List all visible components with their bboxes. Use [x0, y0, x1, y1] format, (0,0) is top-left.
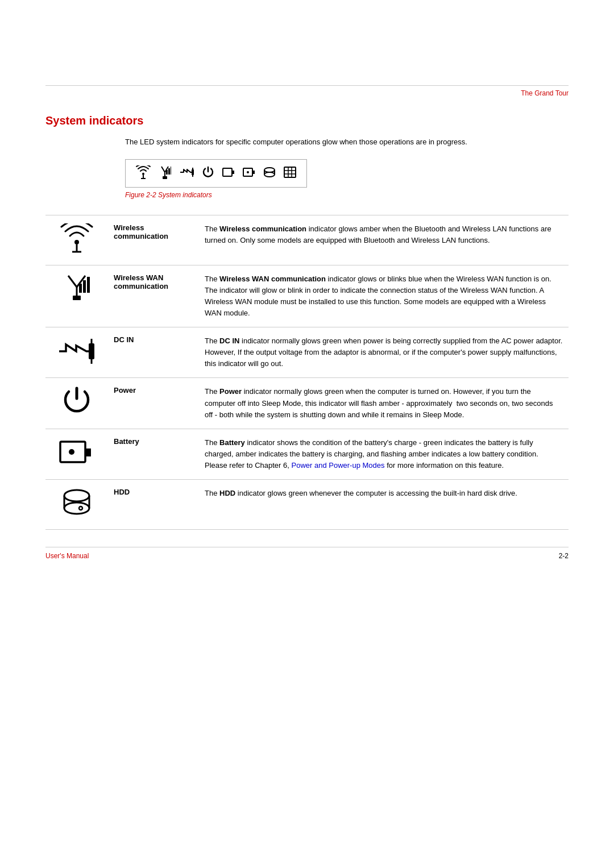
table-row: Power The Power indicator normally glows…	[45, 378, 569, 429]
power-label: Power	[108, 378, 199, 429]
dcin-label: DC IN	[108, 327, 199, 378]
svg-rect-7	[166, 170, 168, 175]
table-row: HDD The HDD indicator glows green whenev…	[45, 480, 569, 530]
table-row: DC IN The DC IN indicator normally glows…	[45, 327, 569, 378]
svg-line-28	[68, 276, 77, 287]
svg-rect-32	[79, 284, 82, 293]
svg-rect-10	[192, 169, 194, 175]
svg-rect-8	[168, 168, 170, 175]
indicators-figure	[125, 159, 307, 188]
svg-rect-31	[73, 296, 81, 300]
dcin-desc: The DC IN indicator normally glows green…	[199, 327, 569, 378]
dcin-fig-icon	[179, 166, 194, 181]
power-icon-cell	[45, 378, 108, 429]
header-divider	[45, 85, 569, 86]
svg-point-44	[64, 502, 89, 514]
battery-link[interactable]: Power and Power-up Modes	[291, 461, 384, 470]
dcin-icon-cell	[45, 327, 108, 378]
wwan-label: Wireless WANcommunication	[108, 265, 199, 327]
table-row: Wirelesscommunication The Wireless commu…	[45, 215, 569, 265]
battery-desc: The Battery indicator shows the conditio…	[199, 429, 569, 479]
hdd-fig-icon	[263, 167, 276, 180]
svg-rect-14	[232, 171, 234, 174]
svg-point-25	[74, 240, 79, 244]
indicators-table: Wirelesscommunication The Wireless commu…	[45, 215, 569, 530]
wwan-fig-icon	[159, 165, 171, 181]
footer-right: 2-2	[559, 552, 569, 560]
battery-icon-cell	[45, 429, 108, 479]
battery-indicator-fig-icon	[243, 167, 255, 180]
svg-line-3	[161, 167, 165, 172]
header-title: The Grand Tour	[45, 89, 569, 97]
section-title: System indicators	[45, 114, 569, 127]
wireless-icon-cell	[45, 215, 108, 265]
svg-point-41	[64, 490, 89, 501]
intro-text: The LED system indicators for specific c…	[125, 136, 569, 148]
hdd-icon-cell	[45, 480, 108, 530]
table-row: Wireless WANcommunication The Wireless W…	[45, 265, 569, 327]
svg-point-40	[69, 449, 74, 455]
footer-left: User's Manual	[45, 552, 89, 560]
svg-point-0	[142, 173, 144, 175]
footer-divider	[45, 547, 569, 547]
figure-caption: Figure 2-2 System indicators	[125, 191, 569, 199]
power-fig-icon	[202, 166, 214, 181]
hdd-label: HDD	[108, 480, 199, 530]
svg-point-18	[264, 168, 275, 172]
svg-point-17	[247, 171, 249, 173]
svg-rect-33	[83, 280, 86, 293]
svg-rect-39	[85, 448, 91, 456]
footer: User's Manual 2-2	[45, 552, 569, 560]
svg-rect-9	[171, 167, 171, 175]
wireless-desc: The Wireless communication indicator glo…	[199, 215, 569, 265]
wireless-fig-icon	[136, 165, 151, 181]
battery-label: Battery	[108, 429, 199, 479]
hdd-desc: The HDD indicator glows green whenever t…	[199, 480, 569, 530]
grid-fig-icon	[284, 167, 296, 180]
wwan-icon-cell	[45, 265, 108, 327]
power-desc: The Power indicator normally glows green…	[199, 378, 569, 429]
svg-point-19	[264, 172, 275, 177]
battery-outline-fig-icon	[222, 167, 235, 180]
svg-rect-16	[252, 171, 255, 174]
svg-rect-34	[87, 277, 90, 293]
svg-rect-20	[284, 167, 296, 177]
table-row: Battery The Battery indicator shows the …	[45, 429, 569, 479]
svg-rect-6	[163, 176, 167, 179]
svg-rect-35	[89, 343, 94, 359]
svg-point-46	[79, 506, 82, 510]
wireless-label: Wirelesscommunication	[108, 215, 199, 265]
svg-rect-13	[223, 168, 232, 176]
page-container: The Grand Tour System indicators The LED…	[0, 0, 614, 868]
wwan-desc: The Wireless WAN communication indicator…	[199, 265, 569, 327]
